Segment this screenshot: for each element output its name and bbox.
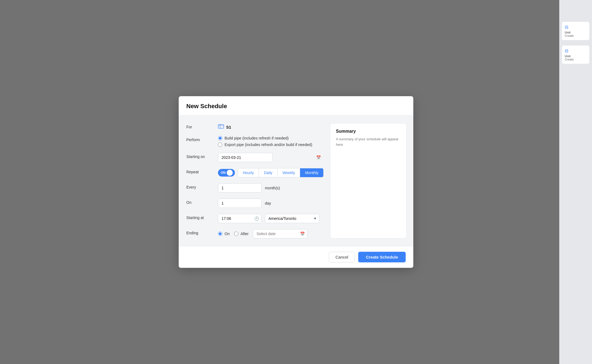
- starting-at-controls: 🕐 America/Toronto America/New_York Ameri…: [218, 214, 324, 223]
- timezone-select[interactable]: America/Toronto America/New_York America…: [265, 214, 319, 223]
- ending-after-label: After: [241, 232, 249, 236]
- pipe-icon-2: ⊟: [565, 48, 587, 53]
- summary-text: A summary of your schedule will appear h…: [336, 136, 401, 147]
- ending-on-label: On: [225, 232, 230, 236]
- for-value-display: S1: [218, 123, 324, 130]
- tab-hourly[interactable]: Hourly: [238, 168, 259, 177]
- ending-date-input[interactable]: [253, 229, 307, 238]
- tab-weekly[interactable]: Weekly: [278, 168, 300, 177]
- ending-on-option[interactable]: On: [218, 232, 230, 236]
- starting-on-input[interactable]: [218, 153, 273, 162]
- ending-label: Ending: [186, 229, 214, 235]
- modal-backdrop: ⊟ Unti Create ⊟ Unti Create New Schedule…: [0, 0, 592, 364]
- perform-label: Perform: [186, 136, 214, 142]
- create-schedule-button[interactable]: Create Schedule: [358, 252, 406, 262]
- modal-body: For S1: [179, 116, 413, 246]
- calendar-icon: 📅: [316, 155, 321, 160]
- repeat-row: Repeat ON Hourly Daily Weekly Mont: [186, 168, 324, 177]
- repeat-toggle[interactable]: ON: [218, 169, 235, 177]
- summary-panel: Summary A summary of your schedule will …: [330, 123, 406, 238]
- sidebar-card-1: ⊟ Unti Create: [562, 22, 589, 40]
- pipe-table-icon: [218, 124, 224, 130]
- ending-after-radio[interactable]: [234, 232, 238, 236]
- time-input-wrap: 🕐: [218, 214, 262, 223]
- starting-on-controls: 📅: [218, 153, 324, 162]
- time-input[interactable]: [218, 214, 262, 223]
- on-number-row: day: [218, 199, 324, 208]
- svg-rect-0: [218, 125, 224, 128]
- repeat-controls-wrap: ON Hourly Daily Weekly Monthly: [218, 168, 324, 177]
- modal-footer: Cancel Create Schedule: [179, 246, 413, 268]
- starting-at-label: Starting at: [186, 214, 214, 220]
- starting-on-row: Starting on 📅: [186, 153, 324, 162]
- every-input[interactable]: [218, 183, 262, 193]
- tab-daily[interactable]: Daily: [259, 168, 277, 177]
- repeat-label: Repeat: [186, 168, 214, 174]
- sidebar-card-title-2: Unti: [565, 54, 587, 58]
- starting-at-inner: 🕐 America/Toronto America/New_York Ameri…: [218, 214, 324, 223]
- perform-build-label: Build pipe (includes refresh if needed): [225, 136, 289, 140]
- form-area: For S1: [186, 123, 324, 238]
- ending-inner: On After 📅: [218, 229, 324, 238]
- timezone-wrap: America/Toronto America/New_York America…: [265, 214, 319, 223]
- perform-row: Perform Build pipe (includes refresh if …: [186, 136, 324, 147]
- tab-monthly[interactable]: Monthly: [300, 168, 323, 177]
- repeat-controls: ON Hourly Daily Weekly Monthly: [218, 168, 324, 177]
- perform-radio-build[interactable]: [218, 136, 222, 140]
- every-number-row: month(s): [218, 183, 324, 193]
- perform-option-build[interactable]: Build pipe (includes refresh if needed): [218, 136, 324, 140]
- sidebar-card-title-1: Unti: [565, 31, 587, 34]
- perform-option-export[interactable]: Export pipe (includes refresh and/or bui…: [218, 142, 324, 147]
- starting-at-row: Starting at 🕐 America/Toronto America/Ne…: [186, 214, 324, 223]
- for-row: For S1: [186, 123, 324, 130]
- background-sidebar: ⊟ Unti Create ⊟ Unti Create: [559, 0, 592, 364]
- ending-date-wrap: 📅: [253, 229, 307, 238]
- toggle-knob: [227, 170, 233, 176]
- perform-controls: Build pipe (includes refresh if needed) …: [218, 136, 324, 147]
- perform-radio-export[interactable]: [218, 142, 222, 147]
- new-schedule-modal: New Schedule For: [179, 96, 413, 268]
- ending-after-option[interactable]: After: [234, 232, 249, 236]
- ending-row: Ending On After: [186, 229, 324, 238]
- for-controls: S1: [218, 123, 324, 130]
- toggle-label: ON: [221, 171, 226, 175]
- ending-controls: On After 📅: [218, 229, 324, 238]
- pipe-icon-1: ⊟: [565, 25, 587, 30]
- summary-title: Summary: [336, 129, 401, 134]
- starting-on-label: Starting on: [186, 153, 214, 159]
- on-unit: day: [265, 201, 271, 205]
- on-label: On: [186, 199, 214, 205]
- for-value-text: S1: [226, 125, 231, 129]
- for-label: For: [186, 123, 214, 129]
- on-input[interactable]: [218, 199, 262, 208]
- sidebar-card-2: ⊟ Unti Create: [562, 46, 589, 64]
- ending-on-radio[interactable]: [218, 232, 222, 236]
- cancel-button[interactable]: Cancel: [329, 252, 355, 262]
- modal-title: New Schedule: [186, 103, 406, 110]
- sidebar-card-sub-1: Create: [565, 34, 587, 37]
- perform-export-label: Export pipe (includes refresh and/or bui…: [225, 142, 312, 147]
- sidebar-card-sub-2: Create: [565, 58, 587, 61]
- on-controls: day: [218, 199, 324, 208]
- date-input-wrap: 📅: [218, 153, 324, 162]
- every-controls: month(s): [218, 183, 324, 193]
- repeat-tab-group: Hourly Daily Weekly Monthly: [238, 168, 324, 177]
- every-label: Every: [186, 183, 214, 189]
- every-row: Every month(s): [186, 183, 324, 193]
- on-row: On day: [186, 199, 324, 208]
- every-unit: month(s): [265, 186, 280, 190]
- modal-header: New Schedule: [179, 96, 413, 116]
